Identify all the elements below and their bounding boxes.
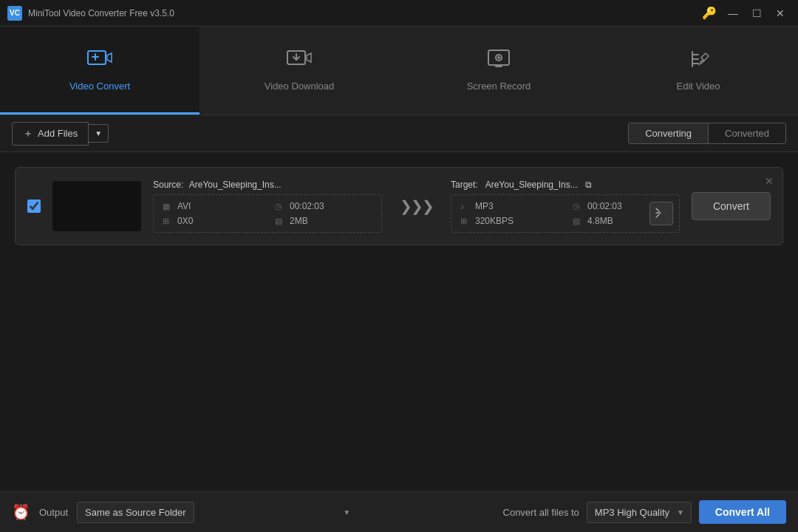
resolution-icon: ⊞ bbox=[163, 216, 173, 226]
tab-video-convert[interactable]: Video Convert bbox=[0, 27, 200, 115]
source-resolution-item: ⊞ 0X0 bbox=[163, 216, 260, 226]
add-files-dropdown-button[interactable]: ▼ bbox=[89, 124, 109, 143]
app-title: MiniTool Video Converter Free v3.5.0 bbox=[28, 8, 702, 18]
close-button[interactable]: ✕ bbox=[770, 3, 791, 24]
source-format-item: ▦ AVI bbox=[163, 201, 260, 211]
tab-edit-video-label: Edit Video bbox=[676, 81, 720, 92]
output-select[interactable]: Same as Source Folder bbox=[77, 502, 194, 523]
source-resolution: 0X0 bbox=[177, 216, 193, 226]
toolbar: ＋ Add Files ▼ Converting Converted bbox=[0, 115, 798, 152]
target-bitrate-icon: ⊞ bbox=[460, 216, 471, 226]
screen-record-icon bbox=[485, 47, 512, 75]
close-card-button[interactable]: ✕ bbox=[762, 174, 777, 188]
convert-all-label: Convert all files to bbox=[503, 507, 579, 518]
source-duration: 00:02:03 bbox=[290, 201, 324, 211]
file-thumbnail bbox=[52, 181, 141, 231]
settings-icon bbox=[655, 207, 668, 220]
add-files-button[interactable]: ＋ Add Files bbox=[12, 122, 89, 146]
tab-video-convert-label: Video Convert bbox=[69, 81, 130, 92]
svg-point-4 bbox=[497, 56, 500, 59]
convert-button[interactable]: Convert bbox=[692, 192, 771, 220]
tab-screen-record-label: Screen Record bbox=[467, 81, 531, 92]
target-info-box: ♪ MP3 ◷ 00:02:03 ⊞ 320KBPS ▤ 4.8MB bbox=[451, 194, 680, 233]
converted-tab-button[interactable]: Converted bbox=[709, 123, 785, 143]
tab-edit-video[interactable]: Edit Video bbox=[598, 27, 798, 115]
target-format-item: ♪ MP3 bbox=[460, 201, 558, 211]
edit-video-icon bbox=[685, 47, 712, 75]
file-card: Source: AreYou_Sleeping_Ins... ▦ AVI ◷ 0… bbox=[15, 167, 783, 245]
size-icon: ▤ bbox=[275, 216, 285, 226]
target-duration: 00:02:03 bbox=[587, 201, 622, 211]
app-logo: VC bbox=[7, 6, 22, 21]
add-files-label: Add Files bbox=[38, 128, 78, 139]
target-format: MP3 bbox=[475, 201, 494, 211]
output-clock-icon: ⏰ bbox=[12, 503, 30, 521]
source-label-text: Source: bbox=[153, 180, 183, 190]
source-size: 2MB bbox=[290, 216, 308, 226]
source-section: Source: AreYou_Sleeping_Ins... ▦ AVI ◷ 0… bbox=[153, 180, 382, 233]
source-size-item: ▤ 2MB bbox=[275, 216, 372, 226]
target-bitrate: 320KBPS bbox=[475, 216, 514, 226]
source-format: AVI bbox=[177, 201, 191, 211]
minimize-button[interactable]: — bbox=[723, 3, 743, 24]
video-convert-icon bbox=[86, 47, 113, 75]
target-label-text: Target: bbox=[451, 180, 478, 190]
add-icon: ＋ bbox=[23, 127, 33, 140]
target-size-icon: ▤ bbox=[573, 216, 583, 226]
duration-icon: ◷ bbox=[275, 202, 285, 211]
window-controls: — ☐ ✕ bbox=[723, 3, 791, 24]
target-label: Target: AreYou_Sleeping_Ins... ⧉ bbox=[451, 180, 680, 190]
source-info-box: ▦ AVI ◷ 00:02:03 ⊞ 0X0 ▤ 2MB bbox=[153, 194, 382, 233]
add-files-group: ＋ Add Files ▼ bbox=[12, 122, 109, 146]
file-checkbox[interactable] bbox=[27, 200, 41, 213]
titlebar: VC MiniTool Video Converter Free v3.5.0 … bbox=[0, 0, 798, 27]
converting-tab-button[interactable]: Converting bbox=[629, 123, 709, 143]
converting-tabs: Converting Converted bbox=[628, 123, 786, 144]
tab-screen-record[interactable]: Screen Record bbox=[399, 27, 598, 115]
format-icon: ▦ bbox=[163, 202, 173, 211]
source-filename: AreYou_Sleeping_Ins... bbox=[189, 180, 282, 190]
output-select-wrapper: Same as Source Folder bbox=[77, 502, 358, 523]
convert-all-button[interactable]: Convert All bbox=[699, 500, 786, 524]
target-bitrate-item: ⊞ 320KBPS bbox=[460, 216, 558, 226]
maximize-button[interactable]: ☐ bbox=[746, 3, 767, 24]
main-content: Source: AreYou_Sleeping_Ins... ▦ AVI ◷ 0… bbox=[0, 152, 798, 491]
target-section: Target: AreYou_Sleeping_Ins... ⧉ ♪ MP3 ◷… bbox=[451, 180, 680, 233]
arrows-section: ❯❯❯ bbox=[394, 197, 439, 215]
target-format-icon: ♪ bbox=[460, 202, 471, 211]
target-size: 4.8MB bbox=[587, 216, 613, 226]
key-icon[interactable]: 🔑 bbox=[702, 6, 717, 20]
quality-select-wrapper: MP3 High Quality bbox=[587, 502, 692, 523]
target-duration-icon: ◷ bbox=[573, 202, 583, 211]
source-duration-item: ◷ 00:02:03 bbox=[275, 201, 372, 211]
edit-target-icon[interactable]: ⧉ bbox=[585, 180, 592, 190]
quality-select[interactable]: MP3 High Quality bbox=[587, 502, 692, 523]
video-download-icon bbox=[286, 47, 313, 75]
convert-all-section: Convert all files to MP3 High Quality Co… bbox=[503, 500, 786, 524]
target-filename: AreYou_Sleeping_Ins... bbox=[485, 180, 578, 190]
tab-video-download[interactable]: Video Download bbox=[200, 27, 399, 115]
tab-video-download-label: Video Download bbox=[265, 81, 334, 92]
bottombar: ⏰ Output Same as Source Folder Convert a… bbox=[0, 491, 798, 532]
source-label: Source: AreYou_Sleeping_Ins... bbox=[153, 180, 382, 190]
target-settings-button[interactable] bbox=[649, 202, 673, 225]
output-label: Output bbox=[39, 507, 68, 518]
navigation: Video Convert Video Download Screen Reco… bbox=[0, 27, 798, 115]
conversion-arrows: ❯❯❯ bbox=[400, 197, 433, 215]
